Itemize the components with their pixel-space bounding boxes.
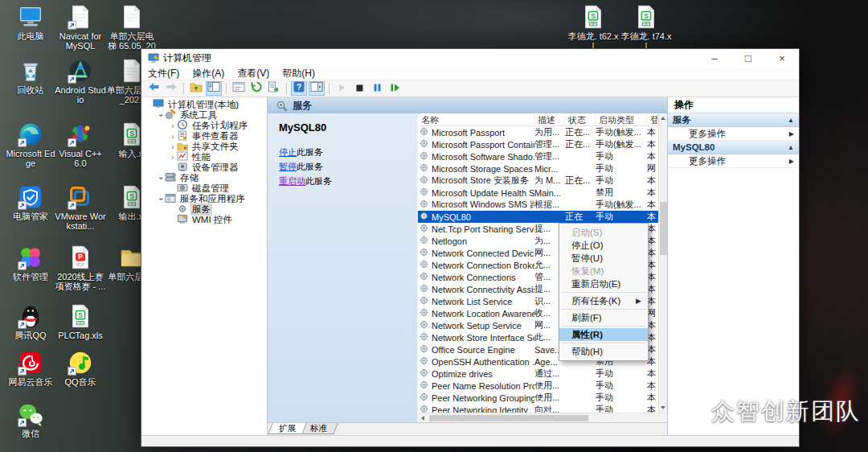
tree-item-wmi[interactable]: WMI 控件 bbox=[141, 215, 267, 225]
up-folder-button[interactable] bbox=[188, 81, 204, 96]
column-header[interactable]: 描述 bbox=[534, 113, 565, 125]
vertical-scroll-thumb[interactable] bbox=[660, 202, 667, 255]
context-menu-item[interactable]: 刷新(F) bbox=[559, 311, 648, 324]
vertical-scrollbar[interactable] bbox=[658, 113, 667, 413]
service-row[interactable]: Microsoft Storage Spaces S...Micr...手动网 bbox=[418, 162, 658, 175]
menu-item[interactable]: 文件(F) bbox=[141, 67, 186, 80]
service-action-link[interactable]: 停止 bbox=[279, 147, 297, 157]
desktop-icon[interactable]: 回收站 bbox=[5, 57, 56, 95]
service-row[interactable]: Peer Networking Grouping使用...手动本 bbox=[418, 392, 658, 404]
service-row[interactable]: Microsoft Software Shado...管理...手动本 bbox=[418, 150, 658, 162]
tree-item-device-manager[interactable]: 设备管理器 bbox=[141, 162, 267, 173]
menu-item[interactable]: 帮助(H) bbox=[276, 67, 321, 80]
scroll-left-arrow[interactable] bbox=[418, 416, 428, 421]
start-service-button[interactable] bbox=[334, 81, 350, 96]
collapse-icon[interactable]: ▲ bbox=[788, 117, 794, 124]
show-action-pane-button[interactable] bbox=[309, 81, 325, 96]
tree-expand-icon[interactable]: › bbox=[169, 153, 177, 162]
desktop-icon[interactable]: 网易云音乐 bbox=[5, 349, 56, 387]
close-button[interactable]: × bbox=[765, 49, 799, 67]
svg-text:?: ? bbox=[297, 83, 301, 92]
desktop-icon[interactable]: 电脑管家 bbox=[5, 183, 56, 221]
properties-window-button[interactable] bbox=[231, 81, 247, 96]
service-description-cell: 为 M... bbox=[534, 175, 565, 187]
forward-button[interactable] bbox=[163, 81, 179, 96]
desktop-icon[interactable]: SPLCTag.xls bbox=[55, 302, 106, 340]
tree-expand-icon[interactable]: › bbox=[157, 195, 166, 203]
service-row[interactable]: Optimize drives通过...手动本 bbox=[418, 368, 658, 380]
desktop-icon[interactable]: 腾讯QQ bbox=[5, 302, 56, 340]
context-menu-item[interactable]: 所有任务(K)▶ bbox=[559, 294, 648, 307]
scroll-down-arrow[interactable] bbox=[659, 403, 667, 413]
desktop-icon[interactable]: QQ音乐 bbox=[55, 349, 106, 387]
desktop-icon[interactable]: PPDF2020线上赛 项资格赛 - ... bbox=[55, 244, 106, 292]
actions-section-header[interactable]: MySQL80▲ bbox=[668, 141, 799, 154]
column-header[interactable]: 登 bbox=[647, 113, 658, 125]
context-menu-item[interactable]: 属性(R) bbox=[559, 328, 648, 341]
stop-service-button[interactable] bbox=[351, 81, 367, 96]
service-row[interactable]: Microsoft Store 安装服务为 M...正在...手动本 bbox=[418, 175, 658, 187]
desktop-icon[interactable]: 单部六层电梯 65.05_202 bbox=[106, 3, 158, 52]
service-row[interactable]: Microsoft Windows SMS 路...根据...手动(触发...本 bbox=[418, 199, 658, 211]
desktop-icon-label: 腾讯QQ bbox=[5, 331, 56, 340]
service-link-row: 暂停此服务 bbox=[279, 161, 417, 173]
service-action-link[interactable]: 重启动 bbox=[279, 176, 305, 186]
service-name: Network Location Awarene... bbox=[432, 309, 534, 318]
desktop-icon[interactable]: 微信 bbox=[5, 401, 56, 438]
context-menu-item[interactable]: 暂停(U) bbox=[559, 252, 648, 265]
tree-expand-icon[interactable]: › bbox=[157, 112, 166, 120]
tree-expand-icon[interactable]: › bbox=[169, 121, 177, 130]
menu-item[interactable]: 操作(A) bbox=[186, 67, 231, 80]
help-button[interactable]: ? bbox=[291, 81, 307, 96]
context-menu-item[interactable]: 帮助(H) bbox=[559, 345, 648, 358]
desktop-icon[interactable]: Visual C++ 6.0 bbox=[55, 121, 106, 169]
back-button[interactable] bbox=[145, 81, 162, 96]
service-action-link[interactable]: 暂停 bbox=[279, 162, 297, 171]
service-row[interactable]: Microsoft Passport为用...正在...手动(触发...本 bbox=[418, 126, 658, 138]
svg-text:S: S bbox=[644, 12, 649, 20]
service-gear-icon bbox=[418, 296, 432, 306]
service-row[interactable]: Peer Name Resolution Pro...使用...手动本 bbox=[418, 380, 658, 392]
minimize-button[interactable]: – bbox=[698, 49, 731, 67]
service-row[interactable]: Microsoft Update Health S...Main...禁用本 bbox=[418, 187, 658, 199]
horizontal-scroll-thumb[interactable] bbox=[429, 415, 588, 421]
title-bar[interactable]: 计算机管理 – □ × bbox=[141, 49, 799, 67]
show-console-tree-button[interactable] bbox=[206, 81, 222, 96]
context-menu-item[interactable]: 重新启动(E) bbox=[559, 277, 648, 290]
list-column-headers: 名称描述状态启动类型登 bbox=[418, 113, 658, 126]
actions-section-header[interactable]: 服务▲ bbox=[668, 113, 799, 127]
extended-view-pane: MySQL80 停止此服务暂停此服务重启动此服务 bbox=[268, 113, 417, 422]
desktop-icon[interactable]: Android Studio bbox=[55, 57, 106, 105]
desktop-icon[interactable]: Microsoft Edge bbox=[5, 121, 56, 169]
service-row[interactable]: Microsoft Passport Container管理...正在...手动… bbox=[418, 138, 658, 150]
service-row[interactable]: Peer Networking Identity ...向对...手动本 bbox=[418, 404, 658, 413]
menu-item[interactable]: 查看(V) bbox=[231, 67, 276, 80]
service-name-cell: Peer Networking Grouping bbox=[418, 392, 534, 403]
pause-service-button[interactable] bbox=[369, 81, 385, 96]
desktop-icon[interactable]: 软件管理 bbox=[5, 244, 56, 281]
context-menu-item[interactable]: 停止(O) bbox=[559, 239, 648, 252]
refresh-button[interactable] bbox=[248, 81, 264, 96]
restart-service-button[interactable] bbox=[387, 81, 403, 96]
more-actions-item[interactable]: 更多操作▶ bbox=[668, 127, 799, 141]
desktop-icon[interactable]: S李德龙. t74.xl bbox=[620, 3, 672, 51]
scroll-up-arrow[interactable] bbox=[659, 113, 667, 123]
collapse-icon[interactable]: ▲ bbox=[788, 144, 794, 151]
desktop-icon[interactable]: 此电脑 bbox=[5, 3, 56, 41]
service-row[interactable]: MySQL80正在手动本 bbox=[418, 211, 658, 223]
column-header[interactable]: 启动类型 bbox=[596, 113, 647, 125]
column-header[interactable]: 状态 bbox=[565, 113, 596, 125]
desktop-icon[interactable]: VMware Workstati... bbox=[55, 183, 106, 232]
tree-expand-icon[interactable]: › bbox=[169, 132, 177, 141]
column-header[interactable]: 名称 bbox=[418, 113, 534, 125]
tab-extended[interactable]: 扩展 bbox=[268, 423, 307, 434]
export-list-button[interactable] bbox=[266, 81, 282, 96]
tree-expand-icon[interactable]: › bbox=[169, 142, 177, 151]
desktop-icon[interactable]: Navicat for MySQL bbox=[55, 3, 106, 51]
tree-expand-icon[interactable]: › bbox=[157, 175, 166, 183]
desktop-icon[interactable]: S李德龙. t62.xl bbox=[567, 3, 619, 51]
horizontal-scrollbar[interactable] bbox=[418, 413, 667, 422]
service-description-cell: 使用... bbox=[534, 392, 565, 404]
maximize-button[interactable]: □ bbox=[731, 49, 765, 67]
more-actions-item[interactable]: 更多操作▶ bbox=[668, 154, 799, 168]
